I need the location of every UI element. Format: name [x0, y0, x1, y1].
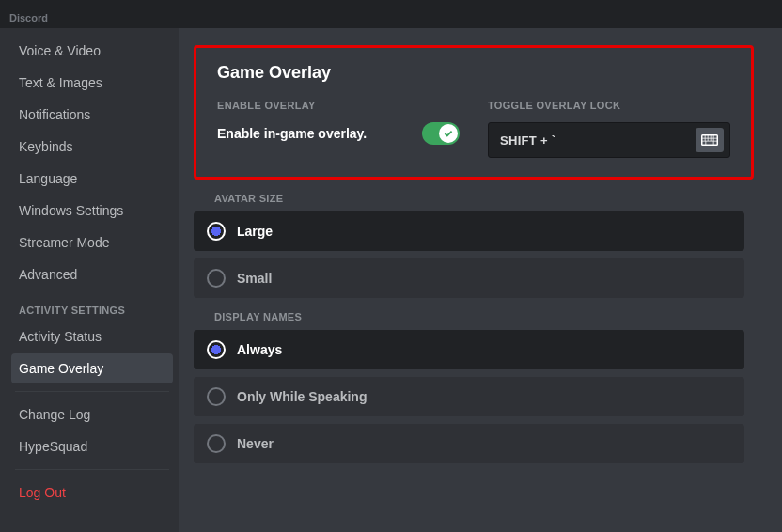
sidebar-item-label: HypeSquad	[19, 439, 87, 454]
svg-rect-4	[712, 136, 713, 138]
avatar-size-option-small[interactable]: Small	[194, 258, 744, 298]
sidebar-item-hypesquad[interactable]: HypeSquad	[11, 431, 173, 462]
sidebar-item-label: Game Overlay	[19, 361, 103, 376]
display-names-option-never[interactable]: Never	[194, 424, 744, 463]
sidebar-item-label: Log Out	[19, 485, 66, 500]
toggle-knob	[439, 124, 458, 143]
sidebar-heading-activity: ACTIVITY SETTINGS	[11, 291, 173, 321]
titlebar: Discord	[0, 9, 782, 28]
radio-icon	[207, 269, 226, 288]
option-label: Large	[237, 224, 273, 239]
sidebar-item-text-images[interactable]: Text & Images	[11, 68, 173, 98]
sidebar-item-label: Change Log	[19, 407, 90, 422]
keybind-input[interactable]: SHIFT + `	[488, 122, 730, 158]
sidebar-item-label: Text & Images	[19, 75, 102, 90]
sidebar-item-label: Voice & Video	[19, 43, 101, 58]
sidebar-item-label: Streamer Mode	[19, 235, 109, 250]
svg-rect-10	[714, 139, 717, 141]
keybind-value: SHIFT + `	[500, 133, 555, 148]
svg-rect-13	[714, 142, 717, 145]
sidebar-item-keybinds[interactable]: Keybinds	[11, 132, 173, 162]
display-names-option-only-while-speaking[interactable]: Only While Speaking	[194, 377, 744, 416]
sidebar-item-notifications[interactable]: Notifications	[11, 100, 173, 130]
display-names-heading: DISPLAY NAMES	[214, 311, 744, 322]
svg-rect-7	[706, 139, 708, 141]
keybind-record-button[interactable]	[696, 128, 724, 152]
sidebar-item-activity-status[interactable]: Activity Status	[11, 321, 173, 352]
svg-rect-3	[709, 136, 711, 138]
settings-content: Game Overlay ENABLE OVERLAY Enable in-ga…	[179, 28, 782, 532]
svg-rect-11	[703, 142, 706, 145]
avatar-size-heading: AVATAR SIZE	[214, 193, 744, 204]
settings-sidebar: Voice & VideoText & ImagesNotificationsK…	[0, 28, 179, 532]
radio-icon	[207, 222, 226, 241]
sidebar-item-streamer-mode[interactable]: Streamer Mode	[11, 227, 173, 258]
sidebar-item-label: Windows Settings	[19, 203, 123, 218]
app-name: Discord	[9, 12, 48, 23]
sidebar-item-label: Notifications	[19, 107, 90, 122]
option-label: Small	[237, 271, 272, 286]
sidebar-item-label: Advanced	[19, 267, 77, 282]
sidebar-item-game-overlay[interactable]: Game Overlay	[11, 353, 173, 383]
sidebar-separator	[15, 391, 169, 392]
sidebar-item-advanced[interactable]: Advanced	[11, 259, 173, 289]
check-icon	[443, 128, 454, 139]
annotation-highlight: Game Overlay ENABLE OVERLAY Enable in-ga…	[194, 45, 754, 180]
display-names-section: DISPLAY NAMES AlwaysOnly While SpeakingN…	[194, 311, 754, 463]
sidebar-item-label: Activity Status	[19, 329, 102, 344]
svg-rect-5	[714, 136, 717, 138]
svg-rect-8	[709, 139, 711, 141]
avatar-size-section: AVATAR SIZE LargeSmall	[194, 193, 754, 298]
sidebar-item-logout[interactable]: Log Out	[11, 477, 173, 508]
svg-rect-6	[703, 139, 705, 141]
sidebar-item-label: Language	[19, 171, 77, 186]
enable-overlay-toggle[interactable]	[422, 122, 460, 145]
page-title: Game Overlay	[217, 63, 730, 83]
enable-overlay-text: Enable in-game overlay.	[217, 126, 367, 141]
sidebar-item-change-log[interactable]: Change Log	[11, 399, 173, 430]
option-label: Always	[237, 342, 282, 357]
svg-rect-1	[703, 136, 705, 138]
toggle-lock-heading: TOGGLE OVERLAY LOCK	[488, 100, 730, 111]
app-body: Voice & VideoText & ImagesNotificationsK…	[0, 28, 782, 532]
option-label: Never	[237, 436, 274, 451]
avatar-size-option-large[interactable]: Large	[194, 211, 744, 251]
sidebar-separator	[15, 469, 169, 470]
enable-overlay-heading: ENABLE OVERLAY	[217, 100, 460, 111]
option-label: Only While Speaking	[237, 389, 367, 404]
sidebar-item-voice-video[interactable]: Voice & Video	[11, 36, 173, 66]
radio-icon	[207, 434, 226, 453]
svg-rect-9	[712, 139, 713, 141]
sidebar-item-label: Keybinds	[19, 139, 73, 154]
keyboard-icon	[701, 133, 718, 147]
radio-icon	[207, 340, 226, 359]
window-top-strip	[0, 0, 782, 9]
sidebar-item-language[interactable]: Language	[11, 164, 173, 194]
sidebar-item-windows-settings[interactable]: Windows Settings	[11, 196, 173, 226]
display-names-option-always[interactable]: Always	[194, 330, 744, 369]
svg-rect-12	[706, 142, 713, 145]
svg-rect-2	[706, 136, 708, 138]
radio-icon	[207, 387, 226, 406]
